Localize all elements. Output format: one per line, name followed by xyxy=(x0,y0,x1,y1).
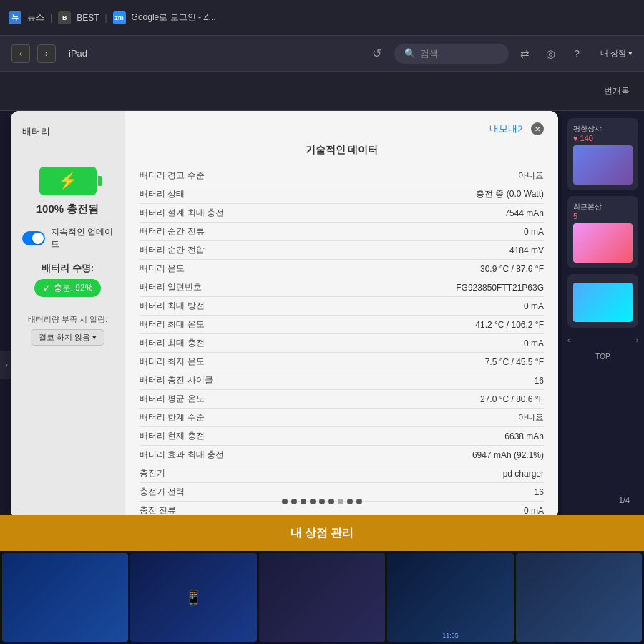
toggle-row: 지속적인 업데이트 xyxy=(22,226,113,250)
bottom-bar-text: 내 상점 관리 xyxy=(291,526,354,541)
battery-bolt-icon: ⚡ xyxy=(58,172,77,190)
forward-button[interactable]: › xyxy=(37,44,56,63)
table-row: 배터리 현재 충전 6638 mAh xyxy=(140,427,544,446)
alarm-dropdown-button[interactable]: 결코 하지 않음 ▾ xyxy=(31,329,104,346)
right-card-3-image xyxy=(573,283,633,322)
export-label: 내보내기 xyxy=(489,122,527,135)
alarm-dropdown: 결코 하지 않음 ▾ xyxy=(22,329,113,346)
battery-life-badge[interactable]: ✓ 충분. 92% xyxy=(34,279,102,297)
table-row: 배터리 상태 충전 중 (0.0 Watt) xyxy=(140,185,544,204)
export-button[interactable]: 내보내기 xyxy=(489,122,527,135)
thumb-3[interactable] xyxy=(259,553,385,642)
refresh-button[interactable]: ↺ xyxy=(367,44,387,64)
dots-bar xyxy=(0,499,644,504)
right-card-2-title: 최근본상 xyxy=(573,202,633,212)
battery-percent: 100% 충전됨 xyxy=(36,203,99,216)
dropdown-arrow-icon: ▾ xyxy=(92,333,97,341)
transfer-icon[interactable]: ⇄ xyxy=(516,44,535,63)
table-row: 배터리 평균 온도 27.0 °C / 80.6 °F xyxy=(140,390,544,409)
table-row: 배터리 순간 전류 0 mA xyxy=(140,223,544,241)
thumb-5[interactable] xyxy=(516,553,642,642)
table-row: 배터리 최대 충전 0 mA xyxy=(140,334,544,353)
dot-1 xyxy=(282,499,288,504)
tab1-favicon: 뉴 xyxy=(9,11,21,24)
table-row: 배터리 최대 온도 41.2 °C / 106.2 °F xyxy=(140,316,544,334)
account-icon[interactable]: ◎ xyxy=(542,44,560,63)
thumbnail-row: 📱 11:35 xyxy=(0,551,644,644)
dialog-sidebar: 배터리 ⚡ 100% 충전됨 지속적인 업데이트 배터리 수명: xyxy=(11,111,125,519)
alarm-value: 결코 하지 않음 xyxy=(39,333,90,341)
search-bar[interactable]: 🔍 검색 xyxy=(394,44,509,64)
dot-6 xyxy=(328,499,334,504)
tab3-label[interactable]: Google로 로그인 - Z... xyxy=(132,11,216,24)
tab2-label[interactable]: BEST xyxy=(77,13,99,23)
table-row: 배터리 충전 사이클 16 xyxy=(140,371,544,390)
table-row: 배터리 최대 방전 0 mA xyxy=(140,297,544,316)
battery-icon-wrap: ⚡ xyxy=(39,167,97,195)
thumb-2[interactable]: 📱 xyxy=(130,553,256,642)
thumb-4[interactable]: 11:35 xyxy=(387,553,513,642)
right-card-3 xyxy=(567,274,638,328)
table-row: 배터리 경고 수준 아니요 xyxy=(140,167,544,185)
search-icon: 🔍 xyxy=(404,48,416,59)
dot-2 xyxy=(291,499,297,504)
alarm-section: 배터리량 부족 시 알림: 결코 하지 않음 ▾ xyxy=(22,314,113,346)
dot-3 xyxy=(301,499,306,504)
next-icon[interactable]: › xyxy=(636,336,638,344)
table-row: 배터리 설계 최대 충전 7544 mAh xyxy=(140,204,544,223)
table-row: 충전기 pd charger xyxy=(140,464,544,483)
browser-topbar: 뉴 뉴스 | B BEST | zm Google로 로그인 - Z... xyxy=(0,0,644,36)
table-row: 배터리 일련번호 FG923850FTT21P63G xyxy=(140,278,544,297)
right-card-2-image xyxy=(573,223,633,263)
search-placeholder: 검색 xyxy=(420,47,439,60)
battery-life-section: 배터리 수명: ✓ 충분. 92% xyxy=(22,262,113,297)
browser-chrome: 뉴 뉴스 | B BEST | zm Google로 로그인 - Z... ‹ … xyxy=(0,0,644,111)
my-shop-link[interactable]: 내 상점 ▾ xyxy=(600,48,633,59)
battery-life-value: 충분. 92% xyxy=(54,282,93,294)
dot-4 xyxy=(310,499,316,504)
alarm-label: 배터리량 부족 시 알림: xyxy=(22,314,113,325)
right-sidebar-header: 내 상점 ▾ xyxy=(600,48,633,59)
visit-log[interactable]: 번개록 xyxy=(604,85,630,97)
data-table: 배터리 경고 수준 아니요 배터리 상태 충전 중 (0.0 Watt) 배터리… xyxy=(140,167,544,519)
battery-tip xyxy=(98,176,102,186)
dialog-main: 내보내기 ✕ 기술적인 데이터 배터리 경고 수준 아니요 배터리 상태 충전 … xyxy=(125,111,558,519)
thumb-1[interactable] xyxy=(2,553,128,642)
browser-urlbar: ‹ › iPad ↺ 🔍 검색 ⇄ ◎ ? 내 상점 ▾ xyxy=(0,36,644,72)
toggle-label: 지속적인 업데이트 xyxy=(51,226,113,250)
battery-life-title: 배터리 수명: xyxy=(22,262,113,275)
dot-7 xyxy=(338,499,343,504)
page-title: iPad xyxy=(69,48,87,59)
dialog-header: 내보내기 ✕ xyxy=(140,122,544,135)
right-card-1-num: ♥ 140 xyxy=(573,134,633,142)
continuous-update-toggle[interactable] xyxy=(22,231,45,245)
right-card-1: 평한상샤 ♥ 140 xyxy=(567,118,638,190)
table-row: 배터리 한계 수준 아니요 xyxy=(140,409,544,427)
help-icon[interactable]: ? xyxy=(567,44,586,63)
bottom-bar[interactable]: 내 상점 관리 xyxy=(0,515,644,551)
back-button[interactable]: ‹ xyxy=(11,44,30,63)
tab2-favicon: B xyxy=(58,11,71,24)
page-indicator: 1/4 xyxy=(619,496,630,504)
right-card-1-image xyxy=(573,145,633,185)
tab1-label[interactable]: 뉴스 xyxy=(27,11,44,24)
subheader: 번개록 xyxy=(0,72,644,111)
table-row: 배터리 효과 최대 충전 6947 mAh (92.1%) xyxy=(140,446,544,464)
dot-9 xyxy=(356,499,362,504)
close-button[interactable]: ✕ xyxy=(531,122,544,135)
battery-life-check-icon: ✓ xyxy=(43,283,50,293)
battery-dialog: 배터리 ⚡ 100% 충전됨 지속적인 업데이트 배터리 수명: xyxy=(11,111,558,519)
battery-icon: ⚡ xyxy=(39,167,97,195)
sidebar-battery-label: 배터리 xyxy=(22,125,113,138)
dot-8 xyxy=(347,499,353,504)
battery-widget: ⚡ 100% 충전됨 지속적인 업데이트 xyxy=(22,167,113,250)
pagination-row: ‹ › xyxy=(567,336,638,344)
section-title: 기술적인 데이터 xyxy=(140,144,544,157)
right-card-2-num: 5 xyxy=(573,212,633,220)
dot-5 xyxy=(319,499,325,504)
top-button[interactable]: TOP xyxy=(567,353,638,361)
prev-icon[interactable]: ‹ xyxy=(567,336,570,344)
right-card-1-title: 평한상샤 xyxy=(573,124,633,134)
table-row: 배터리 순간 전압 4184 mV xyxy=(140,241,544,260)
main-content: › 배터리 ⚡ 100% 충전됨 지속적인 업데이트 xyxy=(0,111,644,644)
